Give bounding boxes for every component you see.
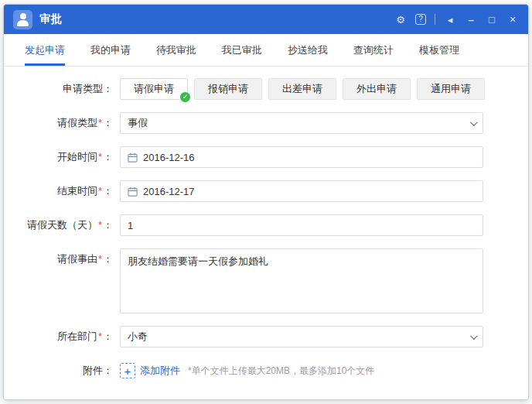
tab-label: 模板管理	[419, 43, 459, 57]
maximize-button[interactable]: □	[486, 13, 498, 26]
title-bar: 审批 ⚙ ? ◂ – □ ×	[4, 5, 528, 34]
attachment-hint: *单个文件上传最大20MB，最多添加10个文件	[188, 365, 374, 378]
required-mark: *	[98, 330, 102, 342]
leave-days-input[interactable]	[128, 215, 476, 235]
type-button-going-out[interactable]: 外出申请	[343, 78, 411, 100]
field-label: 开始时间*：	[4, 146, 120, 168]
leave-type-select[interactable]: 事假	[120, 112, 483, 134]
person-body-icon	[17, 20, 29, 26]
tab-bar: 发起申请 我的申请 待我审批 我已审批 抄送给我 查询统计 模板管理	[4, 34, 528, 67]
help-icon[interactable]: ?	[415, 14, 426, 25]
tab-initiate-application[interactable]: 发起申请	[25, 34, 65, 66]
chevron-down-icon	[470, 332, 478, 340]
field-label: 请假事由*：	[4, 248, 120, 313]
application-form: 申请类型： 请假申请 ✓ 报销申请 出差申请 外出申请 通用申请 请假类型*： …	[4, 67, 528, 399]
field-label: 所在部门*：	[4, 326, 120, 348]
user-app-icon	[13, 10, 32, 29]
field-label: 结束时间*：	[4, 180, 120, 202]
titlebar-divider	[435, 14, 435, 25]
type-button-general[interactable]: 通用申请	[417, 78, 485, 100]
tab-pending-my-approval[interactable]: 待我审批	[156, 34, 196, 66]
type-button-reimbursement[interactable]: 报销申请	[194, 78, 262, 100]
tab-query-statistics[interactable]: 查询统计	[353, 34, 394, 66]
tab-label: 我的申请	[90, 43, 131, 57]
attachment-row: 附件： + 添加附件 *单个文件上传最大20MB，最多添加10个文件	[4, 360, 528, 382]
add-attachment-button[interactable]: + 添加附件	[120, 363, 180, 378]
field-label: 请假类型*：	[4, 112, 120, 134]
type-button-leave[interactable]: 请假申请 ✓	[120, 78, 188, 100]
type-button-label: 请假申请	[134, 82, 174, 96]
settings-gear-icon[interactable]: ⚙	[394, 13, 407, 26]
titlebar-controls: ⚙ ? ◂ – □ ×	[394, 13, 519, 26]
leave-days-field	[120, 214, 483, 236]
selected-value: 小奇	[128, 330, 470, 344]
leave-reason-field: 朋友结婚需要请一天假参加婚礼	[120, 248, 483, 313]
tab-template-management[interactable]: 模板管理	[419, 34, 459, 66]
plus-icon: +	[120, 363, 135, 378]
tab-approved-by-me[interactable]: 我已审批	[222, 34, 262, 66]
leave-reason-textarea[interactable]: 朋友结婚需要请一天假参加婚礼	[121, 249, 483, 313]
start-date-row: 开始时间*： 2016-12-16	[4, 146, 528, 168]
end-date-row: 结束时间*： 2016-12-17	[4, 180, 528, 202]
leave-type-row: 请假类型*： 事假	[4, 112, 528, 134]
tab-label: 发起申请	[25, 43, 65, 57]
close-button[interactable]: ×	[506, 13, 519, 26]
check-icon: ✓	[179, 91, 191, 103]
apply-type-row: 申请类型： 请假申请 ✓ 报销申请 出差申请 外出申请 通用申请	[4, 78, 528, 100]
type-button-business-trip[interactable]: 出差申请	[268, 78, 336, 100]
chevron-down-icon	[470, 118, 478, 126]
leave-days-row: 请假天数（天）*：	[4, 214, 528, 236]
selected-value: 事假	[128, 116, 470, 130]
required-mark: *	[98, 117, 102, 128]
type-button-label: 通用申请	[431, 82, 471, 96]
minimize-button[interactable]: –	[465, 13, 477, 26]
tab-label: 抄送给我	[288, 43, 328, 57]
date-value: 2016-12-17	[143, 186, 476, 197]
type-button-label: 报销申请	[208, 82, 248, 96]
department-row: 所在部门*： 小奇	[4, 326, 528, 348]
tab-label: 我已审批	[222, 43, 262, 57]
type-button-label: 外出申请	[356, 82, 397, 96]
field-label: 申请类型：	[4, 78, 120, 100]
required-mark: *	[98, 151, 102, 163]
app-window: 审批 ⚙ ? ◂ – □ × 发起申请 我的申请 待我审批 我已审批 抄送给我 …	[3, 4, 529, 400]
calendar-icon	[128, 187, 138, 197]
start-date-input[interactable]: 2016-12-16	[120, 146, 483, 168]
department-select[interactable]: 小奇	[120, 326, 483, 348]
end-date-input[interactable]: 2016-12-17	[120, 180, 483, 202]
required-mark: *	[98, 219, 102, 231]
pin-arrow-icon[interactable]: ◂	[444, 13, 456, 26]
apply-type-options: 请假申请 ✓ 报销申请 出差申请 外出申请 通用申请	[120, 78, 491, 100]
leave-reason-row: 请假事由*： 朋友结婚需要请一天假参加婚礼	[4, 248, 528, 313]
tab-label: 查询统计	[353, 43, 394, 57]
window-title: 审批	[39, 12, 63, 26]
required-mark: *	[98, 253, 102, 265]
date-value: 2016-12-16	[143, 152, 476, 163]
tab-my-applications[interactable]: 我的申请	[90, 34, 131, 66]
add-attachment-label: 添加附件	[140, 364, 180, 378]
type-button-label: 出差申请	[282, 82, 322, 96]
person-head-icon	[20, 13, 26, 19]
calendar-icon	[128, 152, 138, 163]
required-mark: *	[98, 185, 102, 197]
field-label: 附件：	[4, 360, 120, 382]
field-label: 请假天数（天）*：	[4, 214, 120, 236]
tab-cc-to-me[interactable]: 抄送给我	[288, 34, 328, 66]
tab-label: 待我审批	[156, 43, 196, 57]
